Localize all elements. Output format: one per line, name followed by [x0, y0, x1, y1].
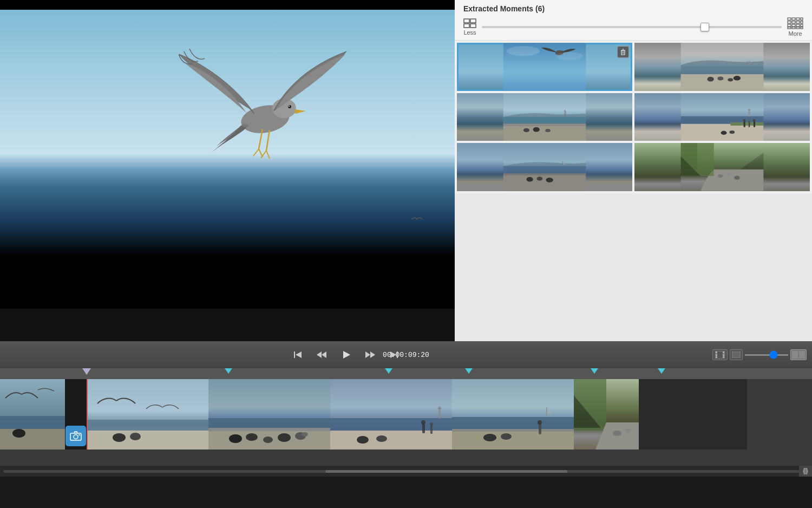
less-icon — [463, 18, 476, 28]
svg-point-131 — [302, 432, 308, 437]
scroll-thumb[interactable] — [325, 470, 567, 473]
svg-rect-116 — [78, 434, 80, 435]
svg-rect-141 — [438, 409, 441, 419]
svg-point-53 — [523, 128, 529, 132]
svg-point-45 — [728, 78, 733, 81]
camera-snapshot-button[interactable] — [66, 426, 86, 446]
svg-rect-13 — [464, 24, 469, 28]
svg-rect-147 — [539, 424, 541, 434]
svg-point-136 — [421, 420, 425, 425]
tl-scene-1 — [0, 379, 65, 450]
play-icon — [342, 350, 351, 360]
svg-rect-23 — [788, 24, 791, 27]
svg-rect-75 — [503, 173, 586, 175]
svg-point-120 — [113, 433, 126, 442]
svg-rect-103 — [723, 354, 724, 356]
svg-point-43 — [708, 77, 714, 82]
timeline-thumb-6[interactable] — [574, 379, 639, 450]
svg-point-149 — [483, 434, 496, 441]
timeline-area — [0, 368, 812, 466]
svg-rect-11 — [464, 19, 469, 23]
slider-less-label: Less — [463, 18, 476, 36]
timeline-thumb-2[interactable] — [87, 379, 208, 450]
camera-icon — [70, 431, 82, 441]
svg-marker-88 — [296, 351, 302, 358]
expand-timeline-button[interactable] — [799, 466, 812, 477]
timeline-thumb-4[interactable] — [330, 379, 452, 450]
svg-rect-24 — [792, 24, 795, 27]
svg-rect-99 — [716, 351, 717, 353]
svg-rect-101 — [716, 356, 717, 358]
timeline-marker-5 — [658, 368, 665, 374]
svg-rect-100 — [716, 354, 717, 356]
clip-icon — [732, 351, 741, 358]
svg-marker-95 — [390, 351, 396, 358]
clip-view-button[interactable] — [730, 349, 743, 360]
svg-point-156 — [625, 428, 631, 433]
svg-line-10 — [266, 151, 270, 159]
svg-rect-135 — [422, 424, 425, 433]
timeline-thumb-1[interactable] — [0, 379, 65, 450]
timeline-thumb-3[interactable] — [208, 379, 330, 450]
svg-marker-89 — [322, 351, 326, 358]
controls-bar: 00:00:09:20 — [0, 341, 812, 368]
zoom-preset-button[interactable] — [790, 349, 807, 360]
svg-rect-29 — [796, 27, 800, 29]
moment-thumb-6[interactable] — [634, 143, 810, 191]
svg-point-127 — [246, 433, 258, 441]
svg-point-126 — [229, 434, 242, 443]
rewind-button[interactable] — [311, 344, 332, 366]
svg-point-67 — [753, 119, 756, 122]
svg-rect-133 — [330, 418, 452, 432]
moment-thumb-5[interactable] — [457, 143, 632, 191]
skip-end-icon — [389, 350, 399, 360]
moment-thumb-3[interactable] — [457, 93, 632, 141]
svg-rect-14 — [470, 24, 476, 28]
svg-marker-90 — [317, 351, 322, 358]
moments-header: Extracted Moments (6) Less — [455, 0, 812, 41]
moment-thumb-1[interactable] — [457, 43, 632, 91]
moment-thumb-4[interactable] — [634, 93, 810, 141]
forward-button[interactable] — [359, 344, 381, 366]
delete-moment-1[interactable] — [617, 46, 629, 58]
skip-start-icon — [293, 350, 303, 360]
svg-rect-111 — [0, 428, 65, 450]
less-text: Less — [463, 29, 476, 36]
svg-rect-25 — [796, 24, 800, 27]
moment-3-scene — [457, 93, 632, 141]
svg-point-46 — [734, 76, 741, 81]
moments-slider-row: Less — [463, 17, 803, 37]
timeline-thumb-5[interactable] — [452, 379, 574, 450]
filmstrip-icon — [715, 351, 725, 359]
moment-thumb-2[interactable] — [634, 43, 810, 91]
zoom-slider[interactable] — [745, 354, 788, 356]
expand-icon — [803, 468, 808, 474]
svg-rect-61 — [730, 122, 763, 125]
svg-rect-118 — [87, 420, 208, 432]
timeline-thumb-camera — [65, 379, 87, 450]
skip-to-start-button[interactable] — [287, 344, 309, 366]
zoom-mode-button[interactable] — [712, 349, 728, 360]
timeline-marker-row — [0, 368, 812, 379]
svg-rect-18 — [801, 18, 803, 20]
playhead-marker[interactable] — [82, 368, 91, 375]
more-text: More — [788, 30, 802, 37]
trash-icon — [620, 49, 626, 55]
video-content — [0, 0, 455, 341]
moments-quantity-slider[interactable] — [482, 26, 782, 28]
svg-point-54 — [533, 127, 540, 132]
svg-rect-137 — [430, 425, 433, 434]
skip-to-end-button[interactable] — [383, 344, 405, 366]
clip-preset-icon — [792, 351, 805, 359]
video-letterbox-top — [0, 0, 455, 10]
moments-panel: Extracted Moments (6) Less — [455, 0, 812, 341]
svg-rect-66 — [754, 121, 755, 127]
svg-rect-145 — [452, 431, 574, 450]
right-controls — [712, 349, 807, 360]
timeline-marker-4 — [591, 368, 598, 374]
svg-rect-106 — [732, 352, 740, 357]
svg-rect-21 — [796, 21, 800, 23]
svg-point-140 — [376, 435, 387, 442]
play-button[interactable] — [336, 344, 357, 366]
svg-rect-16 — [792, 18, 795, 20]
